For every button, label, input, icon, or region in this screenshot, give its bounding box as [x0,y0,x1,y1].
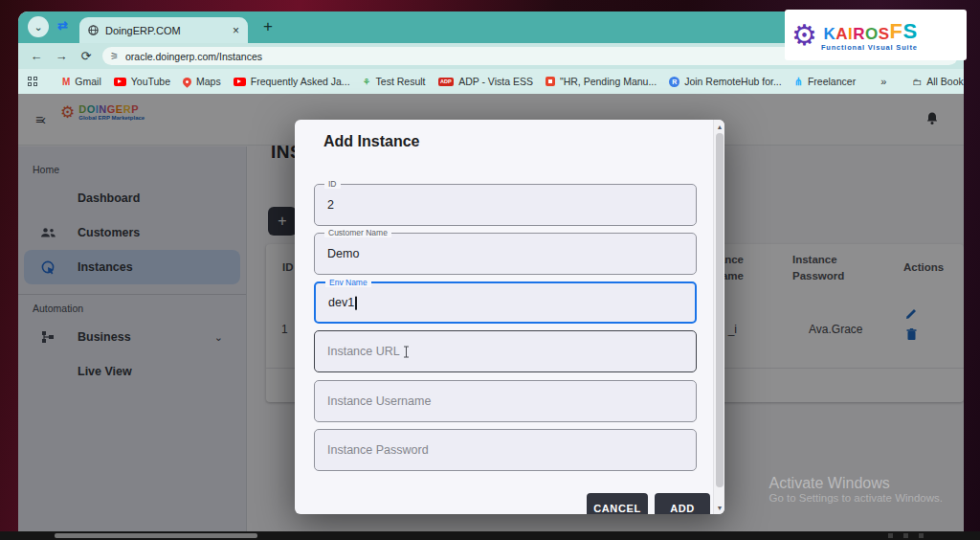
page-content: ≡‹ ⚙ DOINGERP Global ERP Marketplace Hom… [18,94,964,531]
tab-title: DoingERP.COM [105,25,226,36]
customer-name-field-value: Demo [327,247,359,260]
instance-password-field[interactable]: Instance Password [314,429,697,471]
bookmark-test-result[interactable]: ⚘ Test Result [363,76,426,87]
bookmark-remotehub[interactable]: R Join RemoteHub for... [669,76,782,87]
profile-avatar-icon[interactable]: ⇄ [57,18,68,33]
instance-username-placeholder: Instance Username [327,394,431,408]
site-settings-icon[interactable]: ⚞ [110,51,119,61]
windows-activation-watermark: Activate Windows Go to Settings to activ… [768,475,943,504]
instance-url-placeholder: Instance URL [327,345,411,358]
bookmark-hr[interactable]: "HR, Pending Manu... [546,76,657,87]
bookmark-label: Freelancer [808,76,856,87]
modal-scrollbar[interactable]: ▲ ▼ [713,120,724,514]
cancel-button[interactable]: CANCEL [587,493,648,514]
customer-name-field-label: Customer Name [324,228,391,237]
tab-close-icon[interactable]: × [233,24,239,37]
reload-icon[interactable]: ⟳ [74,49,99,63]
new-tab-button[interactable]: + [257,16,278,37]
bookmark-label: "HR, Pending Manu... [560,76,657,87]
ibeam-cursor-icon [402,346,411,358]
env-name-field-value: dev1 [328,296,357,310]
sprout-icon: ⚘ [363,77,371,87]
instance-url-field[interactable]: Instance URL [314,330,697,372]
bookmark-youtube[interactable]: YouTube [114,76,170,87]
tray-icon [888,533,893,538]
bookmark-label: ADP - Vista ESS [458,76,533,87]
id-field-label: ID [324,179,341,189]
freelancer-bird-icon: ⋔ [794,76,803,88]
horizontal-scrollbar-thumb[interactable] [55,533,257,538]
bookmark-gmail[interactable]: M Gmail [62,76,101,87]
scroll-up-icon[interactable]: ▲ [714,121,724,132]
kairosfs-watermark-logo: ⚙ KAIROSFS Functional Visual Suite [785,10,967,60]
folder-icon: 🗀 [912,77,922,87]
tray-icon [919,533,924,538]
id-field-value: 2 [327,198,334,212]
kairos-subtitle: Functional Visual Suite [821,43,918,52]
tab-search-button[interactable]: ⌄ [28,16,49,37]
browser-tab[interactable]: DoingERP.COM × [79,17,248,43]
tray-icon [903,533,908,538]
bookmark-freelancer[interactable]: ⋔ Freelancer [794,76,856,88]
env-name-field[interactable]: Env Name dev1 [314,281,697,324]
scroll-down-icon[interactable]: ▼ [714,502,724,513]
apps-grid-icon[interactable] [28,77,37,86]
bookmark-maps[interactable]: Maps [183,76,221,87]
youtube-icon [114,78,126,86]
scrollbar-thumb[interactable] [716,133,724,487]
kairos-logo-text: KAIROSFS [823,21,917,42]
chevron-down-icon: ⌄ [33,21,42,34]
watermark-line1: Activate Windows [768,475,943,492]
bookmark-label: Test Result [376,76,426,87]
kairos-gear-icon: ⚙ [791,21,817,50]
globe-favicon-icon [88,25,99,35]
all-bookmarks-label: All Book [926,76,964,87]
add-button[interactable]: ADD [655,493,710,514]
bookmark-adp[interactable]: ADP ADP - Vista ESS [438,76,533,87]
instance-password-placeholder: Instance Password [327,443,429,457]
browser-window: ⌄ ⇄ DoingERP.COM × + ← → ⟳ ⚞ oracle.doin… [18,11,964,531]
adp-icon: ADP [438,78,455,86]
mail-icon [546,77,555,86]
bookmark-label: Gmail [75,76,100,87]
gmail-icon: M [62,77,70,87]
bookmark-label: Join RemoteHub for... [684,76,782,87]
add-instance-modal: Add Instance ID 2 Customer Name Demo Env… [295,120,724,514]
watermark-line2: Go to Settings to activate Windows. [768,492,943,504]
customer-name-field[interactable]: Customer Name Demo [314,233,697,275]
bookmarks-bar: M Gmail YouTube Maps Frequently Asked Ja… [18,69,964,94]
forward-icon[interactable]: → [49,49,74,63]
instance-username-field[interactable]: Instance Username [314,380,697,422]
bookmark-label: Frequently Asked Ja... [251,76,350,87]
remotehub-icon: R [669,77,679,87]
back-icon[interactable]: ← [24,49,49,63]
id-field[interactable]: ID 2 [314,184,697,226]
youtube-icon [234,78,246,86]
all-bookmarks-button[interactable]: 🗀 All Book [912,76,964,87]
bookmark-label: YouTube [131,76,170,87]
bookmarks-overflow-chevron[interactable]: » [880,76,887,87]
bookmark-label: Maps [196,76,221,87]
env-name-field-label: Env Name [325,278,371,287]
maps-pin-icon [181,76,193,88]
bookmark-faq[interactable]: Frequently Asked Ja... [234,76,350,87]
text-caret [355,296,357,309]
modal-title: Add Instance [323,133,419,150]
